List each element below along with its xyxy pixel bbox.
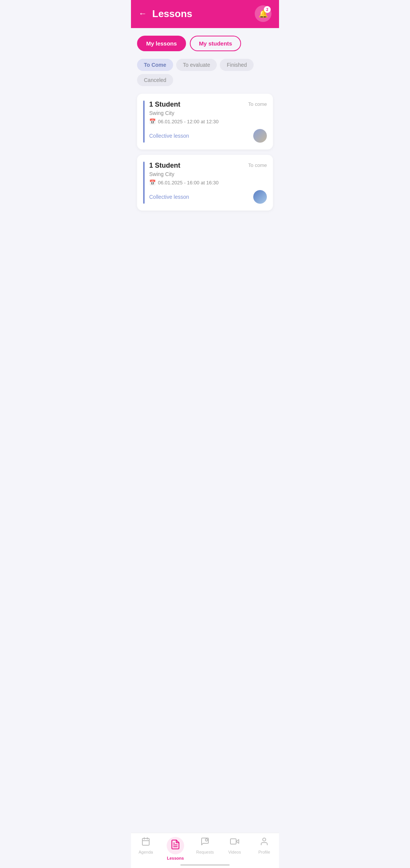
lesson-card[interactable]: 1 Student To come Swing City 📅 06.01.202… <box>137 155 273 211</box>
avatar-image <box>253 190 267 204</box>
lesson-date: 06.01.2025 - 16:00 at 16:30 <box>158 180 219 186</box>
filter-finished[interactable]: Finished <box>220 59 254 71</box>
lesson-students-count: 1 Student <box>149 162 180 170</box>
lesson-location: Swing City <box>149 110 267 116</box>
filter-canceled[interactable]: Canceled <box>137 74 173 86</box>
avatar <box>253 190 267 204</box>
notification-button[interactable]: 🔔 2 <box>255 5 271 22</box>
card-accent-border <box>143 162 145 204</box>
card-header-row: 1 Student To come <box>149 101 267 108</box>
tab-my-lessons[interactable]: My lessons <box>137 36 186 51</box>
avatar <box>253 129 267 143</box>
lesson-status: To come <box>248 101 267 107</box>
lesson-location: Swing City <box>149 171 267 177</box>
card-body: 1 Student To come Swing City 📅 06.01.202… <box>149 101 267 143</box>
card-body: 1 Student To come Swing City 📅 06.01.202… <box>149 162 267 204</box>
card-header-row: 1 Student To come <box>149 162 267 170</box>
back-button[interactable]: ← <box>139 9 147 18</box>
lesson-date-row: 📅 06.01.2025 - 16:00 at 16:30 <box>149 179 267 186</box>
filter-to-evaluate[interactable]: To evaluate <box>176 59 217 71</box>
main-content: My lessons My students To Come To evalua… <box>131 28 279 284</box>
app-header: ← Lessons 🔔 2 <box>131 0 279 28</box>
lesson-students-count: 1 Student <box>149 101 180 108</box>
lesson-type[interactable]: Collective lesson <box>149 194 189 200</box>
filter-group: To Come To evaluate Finished Canceled <box>137 59 273 86</box>
lesson-date: 06.01.2025 - 12:00 at 12:30 <box>158 119 219 124</box>
lesson-card[interactable]: 1 Student To come Swing City 📅 06.01.202… <box>137 94 273 149</box>
page-title: Lessons <box>152 8 192 20</box>
calendar-icon: 📅 <box>149 118 156 124</box>
lesson-status: To come <box>248 162 267 168</box>
notification-badge: 2 <box>264 6 271 13</box>
calendar-icon: 📅 <box>149 179 156 186</box>
tab-group: My lessons My students <box>137 36 273 51</box>
lesson-date-row: 📅 06.01.2025 - 12:00 at 12:30 <box>149 118 267 124</box>
lesson-type[interactable]: Collective lesson <box>149 133 189 139</box>
filter-to-come[interactable]: To Come <box>137 59 173 71</box>
tab-my-students[interactable]: My students <box>190 36 241 51</box>
card-footer-row: Collective lesson <box>149 190 267 204</box>
avatar-image <box>253 129 267 143</box>
lessons-list: 1 Student To come Swing City 📅 06.01.202… <box>137 94 273 211</box>
card-accent-border <box>143 101 145 143</box>
header-left: ← Lessons <box>139 8 192 20</box>
card-footer-row: Collective lesson <box>149 129 267 143</box>
